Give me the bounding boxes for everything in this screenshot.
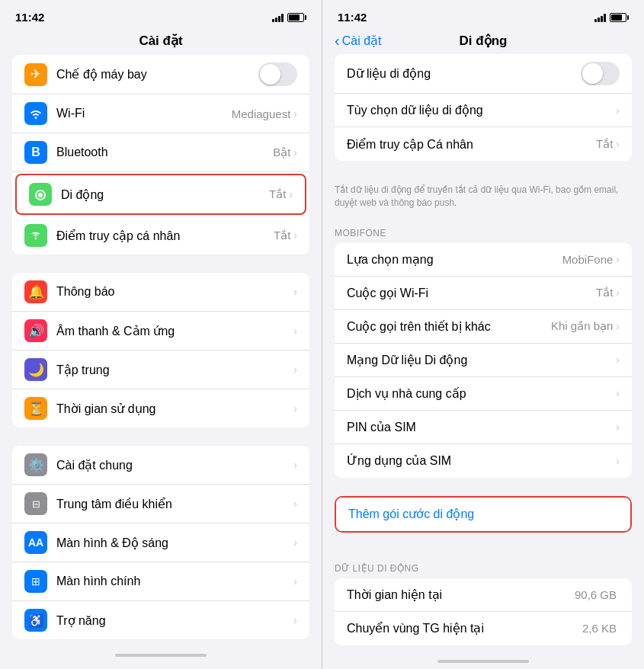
group-notifications: 🔔 Thông báo › 🔊 Âm thanh & Cảm ứng › 🌙 T… [12,273,309,427]
personal-hotspot-value: Tắt [596,137,613,151]
item-homescreen[interactable]: ⊞ Màn hình chính › [12,562,309,601]
bluetooth-icon: B [24,141,47,164]
detail-content[interactable]: Dữ liệu di động Tùy chọn dữ liệu di động… [322,54,644,654]
notifications-label: Thông báo [56,285,293,299]
network-selection-label: Lựa chọn mạng [347,252,562,267]
screentime-icon: ⏳ [24,397,47,420]
homescreen-label: Màn hình chính [56,575,293,588]
sounds-icon: 🔊 [24,319,47,342]
item-data-options[interactable]: Tùy chọn dữ liệu di động › [335,94,632,127]
wifi-icon [24,102,47,125]
focus-icon: 🌙 [24,358,47,381]
wifi-calling-chevron: › [616,286,620,299]
right-screen: 11:42 ‹ Cài đặt Di động Dữ liệu di động [322,0,644,669]
item-focus[interactable]: 🌙 Tập trung › [12,351,309,389]
item-accessibility[interactable]: ♿ Trợ năng › [12,601,309,639]
mobile-data-label: Dữ liệu di động [347,66,581,81]
item-controlcenter[interactable]: ⊟ Trung tâm điều khiển › [12,485,309,523]
back-button[interactable]: ‹ Cài đặt [335,33,381,48]
section-general: ⚙️ Cài đặt chung › ⊟ Trung tâm điều khiể… [12,446,309,639]
roaming-label: Chuyển vùng TG hiện tại [347,621,582,635]
section-connectivity: ✈ Chế độ máy bay Wi-Fi Mediaguest [12,55,309,254]
personal-hotspot-label: Điểm truy cập Cá nhân [347,137,596,152]
general-label: Cài đặt chung [56,458,293,472]
group-connectivity: ✈ Chế độ máy bay Wi-Fi Mediaguest [12,55,309,254]
item-display[interactable]: AA Màn hình & Độ sáng › [12,523,309,562]
data-options-label: Tùy chọn dữ liệu di động [347,103,616,117]
hotspot-value: Tắt [274,229,290,242]
group-data-top: Dữ liệu di động Tùy chọn dữ liệu di động… [335,54,632,161]
airplane-toggle[interactable] [258,62,297,86]
item-sounds[interactable]: 🔊 Âm thanh & Cảm ứng › [12,312,309,351]
section-notifications: 🔔 Thông báo › 🔊 Âm thanh & Cảm ứng › 🌙 T… [12,273,309,427]
bluetooth-chevron: › [293,146,297,158]
general-chevron: › [293,459,297,471]
carrier-services-label: Dịch vụ nhà cung cấp [347,386,616,401]
item-network-selection[interactable]: Lựa chọn mạng MobiFone › [335,243,632,277]
status-bar-right: 11:42 [322,0,644,27]
homescreen-icon: ⊞ [24,570,47,593]
item-mobile-data[interactable]: Dữ liệu di động [335,54,632,94]
mobifone-section-label: MOBIFONE [335,216,632,243]
wifi-calling-label: Cuộc gọi Wi-Fi [347,286,596,300]
sounds-chevron: › [293,325,297,337]
item-current-period[interactable]: Thời gian hiện tại 90,6 GB [335,578,632,612]
other-devices-label: Cuộc gọi trên thiết bị khác [347,319,551,334]
bluetooth-label: Bluetooth [56,146,273,159]
item-sim-pin[interactable]: PIN của SIM › [335,411,632,444]
status-bar-left: 11:42 [0,0,322,27]
item-sim-apps[interactable]: Ứng dụng của SIM › [335,444,632,478]
item-other-devices[interactable]: Cuộc gọi trên thiết bị khác Khi gần bạn … [335,310,632,344]
hotspot-label: Điểm truy cập cá nhân [56,229,274,243]
item-general[interactable]: ⚙️ Cài đặt chung › [12,446,309,485]
battery-icon [287,13,306,22]
item-screentime[interactable]: ⏳ Thời gian sử dụng › [12,389,309,427]
current-period-value: 90,6 GB [575,588,617,601]
left-screen: 11:42 Cài đặt ✈ Chế độ máy bay [0,0,322,669]
sim-pin-chevron: › [616,421,620,433]
back-label: Cài đặt [342,34,382,48]
item-airplane[interactable]: ✈ Chế độ máy bay [12,55,309,94]
item-wifi[interactable]: Wi-Fi Mediaguest › [12,94,309,133]
info-text: Tắt dữ liệu di động để truyền tắt cả dữ … [335,179,632,216]
item-cellular[interactable]: Di động Tắt › [15,174,306,215]
add-plan-label: Thêm gói cước di động [348,507,618,521]
carrier-services-chevron: › [616,387,620,399]
cellular-label: Di động [61,187,269,202]
item-mobile-data-network[interactable]: Mạng Dữ liệu Di động › [335,344,632,377]
time-left: 11:42 [15,11,44,24]
item-hotspot[interactable]: Điểm truy cập cá nhân Tắt › [12,216,309,254]
svg-point-1 [35,238,37,240]
settings-list-left[interactable]: ✈ Chế độ máy bay Wi-Fi Mediaguest [0,55,322,648]
other-devices-chevron: › [616,320,620,332]
sim-pin-label: PIN của SIM [347,420,616,434]
notifications-icon: 🔔 [24,280,47,303]
cellular-chevron: › [289,188,293,200]
item-carrier-services[interactable]: Dịch vụ nhà cung cấp › [335,377,632,411]
mobile-data-toggle[interactable] [581,62,620,85]
group-mobifone: Lựa chọn mạng MobiFone › Cuộc gọi Wi-Fi … [335,243,632,478]
cellular-value: Tắt [269,187,286,201]
data-section-label: DỮ LIỆU DI ĐỘNG [335,551,632,578]
item-wifi-calling[interactable]: Cuộc gọi Wi-Fi Tắt › [335,277,632,310]
controlcenter-label: Trung tâm điều khiển [56,497,293,511]
section-data-stats: Thời gian hiện tại 90,6 GB Chuyển vùng T… [335,578,632,645]
personal-hotspot-chevron: › [616,138,620,150]
signal-icon [272,13,284,22]
hotspot-icon [24,224,47,247]
left-header: Cài đặt [0,27,322,55]
group-data-stats: Thời gian hiện tại 90,6 GB Chuyển vùng T… [335,578,632,645]
detail-header: ‹ Cài đặt Di động [322,27,644,54]
network-selection-value: MobiFone [562,253,614,266]
current-period-label: Thời gian hiện tại [347,587,575,602]
status-icons-right [594,13,629,22]
mobile-data-network-chevron: › [616,354,620,366]
item-bluetooth[interactable]: B Bluetooth Bật › [12,133,309,172]
item-roaming[interactable]: Chuyển vùng TG hiện tại 2,6 KB [335,612,632,645]
mobile-data-network-label: Mạng Dữ liệu Di động [347,353,616,367]
item-add-plan[interactable]: Thêm gói cước di động [336,498,630,531]
item-notifications[interactable]: 🔔 Thông báo › [12,273,309,312]
item-personal-hotspot[interactable]: Điểm truy cập Cá nhân Tắt › [335,127,632,161]
status-icons-left [272,13,306,22]
roaming-value: 2,6 KB [582,622,617,635]
